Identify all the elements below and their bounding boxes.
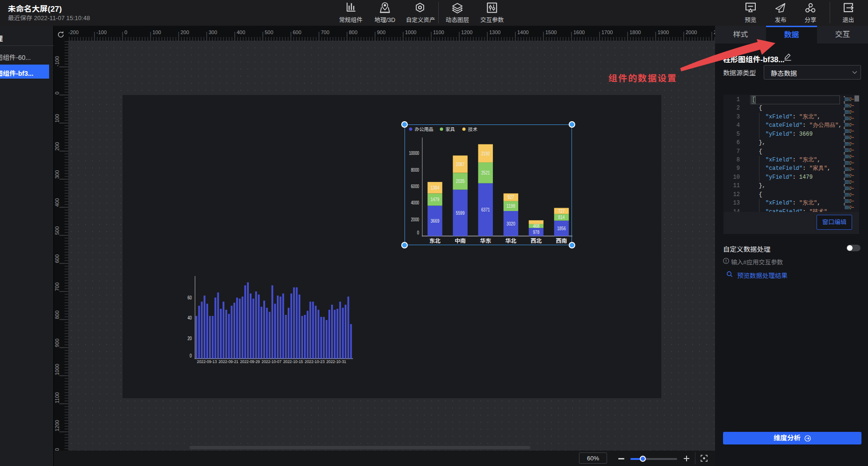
svg-text:900: 900 [377,29,385,35]
svg-text:1700: 1700 [601,29,613,35]
svg-text:900: 900 [54,339,60,347]
svg-text:500: 500 [54,226,60,235]
svg-text:-100: -100 [96,29,107,35]
svg-text:1100: 1100 [54,392,60,403]
svg-text:200: 200 [181,29,189,35]
svg-text:0: 0 [124,29,127,35]
svg-text:400: 400 [54,198,60,207]
svg-text:2022-10-23: 2022-10-23 [305,359,325,364]
svg-text:100: 100 [54,114,60,123]
svg-text:1300: 1300 [489,29,500,35]
svg-text:20: 20 [188,336,192,341]
svg-text:2022-09-21: 2022-09-21 [218,359,239,364]
svg-text:-200: -200 [68,29,79,35]
svg-text:100: 100 [152,29,161,35]
svg-text:0: 0 [54,92,60,95]
svg-text:700: 700 [321,29,329,35]
svg-text:2022-10-15: 2022-10-15 [283,359,303,364]
svg-text:2022-10-07: 2022-10-07 [261,359,282,364]
svg-text:2022-10-31: 2022-10-31 [326,359,347,364]
svg-text:1100: 1100 [433,29,444,35]
svg-text:1800: 1800 [629,29,641,35]
svg-text:-100: -100 [54,56,60,66]
svg-text:2000: 2000 [686,29,697,35]
svg-text:1000: 1000 [405,29,416,35]
svg-text:1400: 1400 [517,29,528,35]
svg-text:1200: 1200 [461,29,472,35]
svg-text:1500: 1500 [545,29,557,35]
svg-text:1900: 1900 [658,29,669,35]
svg-text:300: 300 [209,29,217,35]
svg-text:0: 0 [190,353,192,358]
svg-text:500: 500 [265,29,273,35]
svg-text:400: 400 [237,29,245,35]
svg-text:600: 600 [54,255,60,263]
svg-text:2022-09-13: 2022-09-13 [197,359,217,364]
svg-text:800: 800 [54,311,60,319]
svg-text:60: 60 [188,295,192,300]
svg-text:300: 300 [54,170,60,179]
svg-text:700: 700 [54,283,60,291]
svg-text:200: 200 [54,142,60,151]
svg-text:1000: 1000 [54,364,60,375]
svg-text:1200: 1200 [54,420,60,431]
svg-text:1600: 1600 [573,29,585,35]
svg-text:40: 40 [188,315,192,320]
svg-text:2022-09-29: 2022-09-29 [240,359,260,364]
svg-text:800: 800 [349,29,357,35]
svg-text:600: 600 [293,29,301,35]
